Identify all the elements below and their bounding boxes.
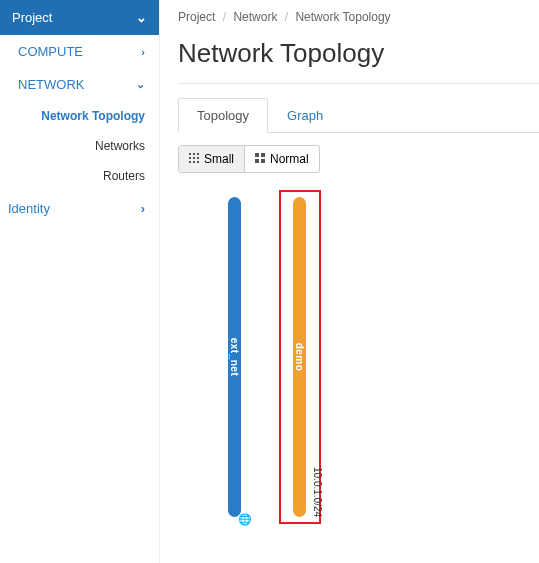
- sidebar-compute-label: COMPUTE: [18, 44, 83, 59]
- svg-rect-1: [193, 153, 195, 155]
- tabs: Topology Graph: [178, 98, 539, 133]
- chevron-right-icon: ›: [141, 201, 145, 216]
- breadcrumb-separator: /: [223, 10, 226, 24]
- svg-rect-7: [193, 161, 195, 163]
- svg-rect-11: [255, 159, 259, 163]
- main-content: Project / Network / Network Topology Net…: [160, 0, 539, 563]
- tab-graph[interactable]: Graph: [268, 98, 342, 133]
- sidebar-item-network[interactable]: NETWORK ⌄: [0, 68, 159, 101]
- sidebar-item-identity[interactable]: Identity ›: [0, 191, 159, 226]
- sidebar: Project ⌄ COMPUTE › NETWORK ⌄ Network To…: [0, 0, 160, 563]
- svg-rect-8: [197, 161, 199, 163]
- sidebar-sub-label: Networks: [95, 139, 145, 153]
- breadcrumb-separator: /: [285, 10, 288, 24]
- globe-icon: 🌐: [238, 513, 252, 526]
- topology-canvas[interactable]: ext_net 🌐 demo 10.0.1.0/24: [178, 187, 539, 527]
- view-size-group: Small Normal: [178, 145, 539, 173]
- subnet-cidr-label: 10.0.1.0/24: [312, 467, 323, 517]
- grid-small-icon: [189, 152, 199, 166]
- svg-rect-5: [197, 157, 199, 159]
- svg-rect-6: [189, 161, 191, 163]
- sidebar-network-label: NETWORK: [18, 77, 84, 92]
- view-small-label: Small: [204, 152, 234, 166]
- svg-rect-9: [255, 153, 259, 157]
- svg-rect-3: [189, 157, 191, 159]
- chevron-right-icon: ›: [141, 46, 145, 58]
- network-bar-demo[interactable]: demo: [293, 197, 306, 517]
- sidebar-item-compute[interactable]: COMPUTE ›: [0, 35, 159, 68]
- divider: [178, 83, 539, 84]
- sidebar-sub-label: Network Topology: [41, 109, 145, 123]
- sidebar-sub-networks[interactable]: Networks: [0, 131, 159, 161]
- breadcrumb-item: Network Topology: [295, 10, 390, 24]
- svg-rect-4: [193, 157, 195, 159]
- sidebar-sub-routers[interactable]: Routers: [0, 161, 159, 191]
- view-normal-button[interactable]: Normal: [245, 145, 320, 173]
- network-label: demo: [294, 343, 305, 372]
- sidebar-sub-label: Routers: [103, 169, 145, 183]
- page-title: Network Topology: [178, 38, 539, 69]
- chevron-down-icon: ⌄: [136, 78, 145, 91]
- svg-rect-10: [261, 153, 265, 157]
- network-label: ext_net: [229, 338, 240, 377]
- sidebar-project[interactable]: Project ⌄: [0, 0, 159, 35]
- network-bar-ext-net[interactable]: ext_net: [228, 197, 241, 517]
- breadcrumb-item[interactable]: Network: [233, 10, 277, 24]
- svg-rect-0: [189, 153, 191, 155]
- sidebar-sub-network-topology[interactable]: Network Topology: [0, 101, 159, 131]
- svg-rect-2: [197, 153, 199, 155]
- tab-label: Graph: [287, 108, 323, 123]
- grid-normal-icon: [255, 152, 265, 166]
- breadcrumb: Project / Network / Network Topology: [178, 0, 539, 32]
- tab-label: Topology: [197, 108, 249, 123]
- sidebar-identity-label: Identity: [8, 201, 50, 216]
- svg-rect-12: [261, 159, 265, 163]
- sidebar-project-label: Project: [12, 10, 52, 25]
- breadcrumb-item[interactable]: Project: [178, 10, 215, 24]
- view-normal-label: Normal: [270, 152, 309, 166]
- tab-topology[interactable]: Topology: [178, 98, 268, 133]
- view-small-button[interactable]: Small: [178, 145, 245, 173]
- chevron-down-icon: ⌄: [136, 10, 147, 25]
